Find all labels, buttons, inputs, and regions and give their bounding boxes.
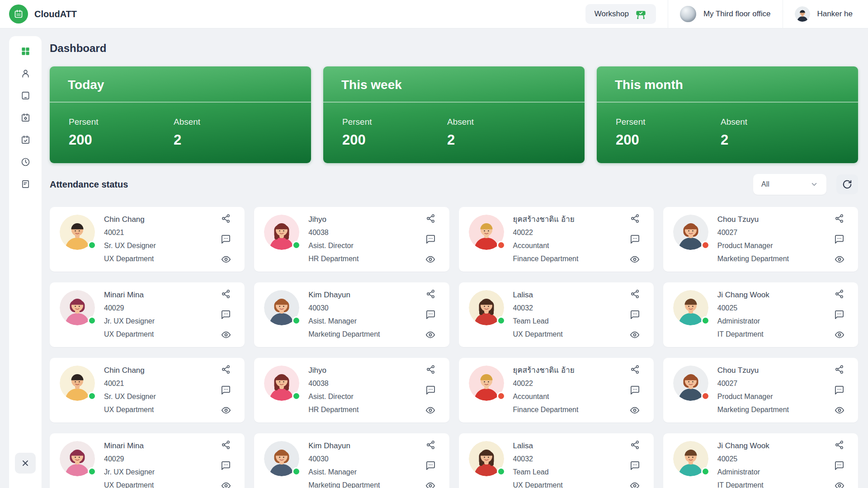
share-icon [835,289,844,299]
view-button[interactable] [630,481,640,488]
eye-icon [221,405,231,415]
app-logo [9,5,28,23]
message-button[interactable] [834,234,844,244]
summary-divider [50,102,311,103]
view-button[interactable] [221,330,231,340]
view-button[interactable] [425,405,435,415]
employee-card: Ji Chang Wook 40025 Administrator IT Dep… [663,282,858,347]
employee-department: UX Department [104,328,155,341]
message-icon [834,310,844,320]
eye-icon [221,481,231,488]
sidebar-item-employees[interactable] [16,64,34,82]
message-button[interactable] [630,234,640,244]
sidebar-item-time-log[interactable] [16,153,34,171]
message-button[interactable] [630,310,640,319]
user-menu[interactable]: Hanker he [783,0,868,28]
employee-department: UX Department [104,403,156,416]
share-button[interactable] [221,440,231,450]
eye-icon [425,481,435,488]
employee-card: Chou Tzuyu 40027 Product Manager Marketi… [663,207,858,272]
eye-icon [425,254,435,264]
view-button[interactable] [425,481,435,488]
employee-role: Accountant [513,239,579,252]
share-button[interactable] [221,365,231,375]
employee-card: Minari Mina 40029 Jr. UX Designer UX Dep… [50,282,245,347]
message-icon [221,310,231,320]
share-button[interactable] [426,440,435,450]
message-button[interactable] [221,385,231,395]
share-button[interactable] [426,214,435,224]
close-icon [21,459,30,468]
share-icon [835,440,844,450]
eye-icon [835,254,844,264]
message-button[interactable] [834,385,844,395]
workshop-board-icon [635,8,647,20]
employee-role: Administrator [717,314,769,328]
status-dot [497,467,505,476]
sidebar-item-dashboard[interactable] [16,42,34,60]
employee-department: IT Department [717,328,769,341]
office-selector[interactable]: My Third floor office [668,0,783,28]
view-button[interactable] [221,254,231,264]
sidebar-collapse-button[interactable] [15,453,36,474]
share-icon [221,289,231,299]
view-button[interactable] [835,254,844,264]
view-button[interactable] [425,330,435,340]
message-button[interactable] [425,310,436,319]
employee-name: Jihyo [308,364,359,377]
workshop-button[interactable]: Workshop [585,4,656,24]
share-button[interactable] [221,214,231,224]
share-button[interactable] [630,214,640,224]
status-dot [292,392,301,400]
message-button[interactable] [221,234,231,244]
share-button[interactable] [630,365,640,375]
message-button[interactable] [834,310,844,319]
share-icon [221,365,231,374]
share-button[interactable] [835,214,844,224]
department-filter-select[interactable]: All [753,174,826,195]
employee-role: Asist. Director [308,239,359,252]
view-button[interactable] [835,481,844,488]
message-button[interactable] [425,460,436,470]
message-button[interactable] [834,460,844,470]
share-button[interactable] [630,440,640,450]
sidebar-item-attendance-calendar[interactable] [16,131,34,149]
message-button[interactable] [425,234,436,244]
view-button[interactable] [835,405,844,415]
refresh-icon [842,179,852,189]
sidebar-item-reports[interactable] [16,175,34,193]
share-button[interactable] [426,289,435,299]
summary-divider [323,102,585,103]
employee-department: HR Department [308,252,359,265]
calendar-check-icon [20,135,31,145]
employee-avatar [60,290,95,325]
message-button[interactable] [425,385,436,395]
view-button[interactable] [221,481,231,488]
sidebar-item-schedule-settings[interactable] [16,108,34,127]
share-button[interactable] [835,289,844,299]
view-button[interactable] [630,405,640,415]
message-icon [630,310,640,320]
status-dot [701,241,710,249]
employee-name: Lalisa [513,288,563,301]
share-button[interactable] [426,365,435,375]
employee-card: Ji Chang Wook 40025 Administrator IT Dep… [663,433,858,488]
view-button[interactable] [630,330,640,340]
view-button[interactable] [835,330,844,340]
view-button[interactable] [425,254,435,264]
message-button[interactable] [221,460,231,470]
view-button[interactable] [221,405,231,415]
brand[interactable]: CloudATT [9,5,77,23]
share-button[interactable] [221,289,231,299]
chevron-down-icon [810,180,818,188]
refresh-button[interactable] [836,174,858,194]
message-button[interactable] [630,460,640,470]
share-button[interactable] [630,289,640,299]
message-button[interactable] [221,310,231,319]
sidebar-item-devices[interactable] [16,86,34,104]
share-button[interactable] [835,440,844,450]
employee-card: ยุคสร้างชาติแ อ้าย 40022 Accountant Fina… [459,358,654,422]
message-button[interactable] [630,385,640,395]
share-button[interactable] [835,365,844,375]
view-button[interactable] [630,254,640,264]
